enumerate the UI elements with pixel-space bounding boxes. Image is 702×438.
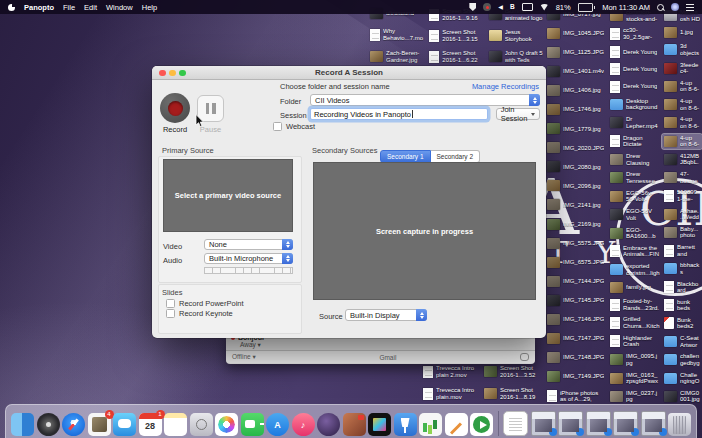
- desktop-icon[interactable]: Bunk beds2: [662, 316, 702, 331]
- dock-utility-icon[interactable]: [190, 413, 213, 436]
- desktop-icon[interactable]: 3d objects: [662, 42, 702, 57]
- desktop-icon[interactable]: bbhacks: [662, 261, 702, 276]
- desktop-icon[interactable]: Blackboard Login (URL).mp4: [662, 280, 702, 295]
- desktop-icon[interactable]: C-Seat Artwork: [662, 334, 702, 349]
- dock-notes-icon[interactable]: [164, 413, 187, 436]
- video-select[interactable]: None: [204, 239, 293, 250]
- desktop-icon[interactable]: IMG_2141.jpg: [545, 198, 608, 211]
- dock-final-cut-icon[interactable]: [317, 413, 340, 436]
- menu-file[interactable]: File: [63, 3, 75, 12]
- volume-icon[interactable]: ◀: [498, 3, 503, 11]
- shield-icon[interactable]: [469, 3, 476, 11]
- dock-minimized-window-5-icon[interactable]: [641, 411, 666, 436]
- desktop-icon[interactable]: IMG_7149.JPG: [545, 370, 608, 383]
- desktop-icon[interactable]: Baby...photo: [662, 225, 702, 240]
- desktop-icon[interactable]: EGO-BA1600...bw.jpg: [608, 226, 662, 241]
- webcast-checkbox[interactable]: Webcast: [273, 122, 315, 131]
- dock-photos-icon[interactable]: [215, 413, 238, 436]
- dock-preview-icon[interactable]: 4: [88, 413, 111, 436]
- desktop-icon[interactable]: Jesus Storybook Bible.pdf: [487, 28, 546, 43]
- desktop-icon[interactable]: IMG_0237.jpg: [608, 389, 662, 404]
- desktop-icon[interactable]: Screen Shot 2016-1...8.19 PM: [482, 386, 543, 401]
- desktop-icon[interactable]: IMG_7146.JPG: [545, 313, 608, 326]
- desktop-icon[interactable]: IMG_7148.JPG: [545, 351, 608, 364]
- desktop-icon[interactable]: Dragon Dictate 4.0.cdr: [608, 134, 662, 149]
- dock-finder-icon[interactable]: [11, 413, 34, 436]
- spotlight-search-icon[interactable]: [657, 4, 664, 11]
- record-powerpoint-checkbox[interactable]: Record PowerPoint: [166, 299, 244, 308]
- desktop-icon[interactable]: Desktop backgrounds: [608, 97, 662, 112]
- desktop-icon[interactable]: 4-up on 8-6-14 at 5.03...(iiet).jpg: [662, 79, 702, 94]
- desktop-icon[interactable]: Derek Young: [608, 80, 662, 94]
- desktop-icon[interactable]: Screen Shot 2016-1...3.52 PM: [482, 364, 543, 379]
- join-session-button[interactable]: Join Session: [496, 108, 540, 120]
- desktop-icon[interactable]: Ashae...Wedd...: [662, 207, 702, 222]
- desktop-icon[interactable]: Zach-Beren-Gardner.jpg: [368, 49, 427, 64]
- chat-offline-toggle[interactable]: Offline ▾: [232, 353, 256, 361]
- apple-menu-icon[interactable]: [8, 4, 15, 11]
- source-select[interactable]: Built-in Display: [345, 309, 427, 321]
- desktop-icon[interactable]: Dr Lepher.mp4: [608, 115, 662, 130]
- dock-photo-app-icon[interactable]: [343, 413, 366, 436]
- desktop-icon[interactable]: IMG_1045.JPG: [545, 27, 608, 40]
- desktop-icon[interactable]: 412MBJBqbL._SY348_.jpg: [662, 152, 702, 167]
- desktop-icon[interactable]: exported christm...lighting: [608, 262, 662, 277]
- screen-recording-icon[interactable]: [483, 3, 491, 11]
- desktop-icon[interactable]: family.jpg: [608, 281, 662, 294]
- record-keynote-checkbox[interactable]: Record Keynote: [166, 309, 233, 318]
- desktop-icon[interactable]: IMG_7144.JPG: [545, 275, 608, 288]
- menu-edit[interactable]: Edit: [84, 3, 97, 12]
- desktop-icon[interactable]: Trevecca Intro plain 2.mov: [421, 364, 482, 379]
- desktop-icon[interactable]: IMG_2080.jpg: [545, 160, 608, 173]
- desktop-icon[interactable]: cc30-30_2.5gar-web.jpg: [608, 26, 662, 41]
- desktop-icon[interactable]: ChallengingOrange: [662, 371, 702, 386]
- desktop-icon[interactable]: IMG_5575.JPG: [545, 237, 608, 250]
- minimize-button[interactable]: [169, 70, 176, 77]
- display-icon[interactable]: [522, 3, 533, 11]
- desktop-icon[interactable]: IMG_1406.jpg: [545, 84, 608, 97]
- dock-numbers-icon[interactable]: [419, 413, 442, 436]
- desktop-icon[interactable]: IMG_2096.jpg: [545, 179, 608, 192]
- desktop-icon[interactable]: Why Behavio...7.mov: [368, 27, 427, 42]
- dock-facetime-icon[interactable]: [241, 413, 264, 436]
- desktop-icon[interactable]: IMG_0163_zpsgfdPswx5: [608, 371, 662, 386]
- menu-help[interactable]: Help: [142, 3, 157, 12]
- desktop-icon[interactable]: bunk beds: [662, 298, 702, 313]
- menu-app-name[interactable]: Panopto: [24, 3, 54, 12]
- desktop-icon[interactable]: IMG_0095.jpg: [608, 352, 662, 367]
- menu-window[interactable]: Window: [106, 3, 133, 12]
- desktop-icon[interactable]: Derek Young: [608, 62, 662, 76]
- desktop-icon[interactable]: IMG_7147.JPG: [545, 332, 608, 345]
- menu-clock[interactable]: Mon 11:30 AM: [602, 3, 650, 12]
- dock-keynote-icon[interactable]: [394, 413, 417, 436]
- chat-status[interactable]: Away ▾: [231, 341, 530, 349]
- wifi-icon[interactable]: [540, 4, 549, 11]
- desktop-icon[interactable]: Barrett and Jones c...garten: [662, 243, 702, 258]
- dock-trash-icon[interactable]: [668, 413, 691, 436]
- chat-bubble-icon[interactable]: [520, 353, 529, 361]
- desktop-icon[interactable]: Footed-by-Rands...23rd.jpg: [608, 297, 662, 312]
- battery-icon[interactable]: [578, 3, 596, 12]
- desktop-icon[interactable]: Derek Young: [608, 45, 662, 59]
- dock-minimized-window-2-icon[interactable]: [558, 411, 583, 436]
- dock-documents-stack-icon[interactable]: [503, 411, 528, 436]
- desktop-icon[interactable]: 47-businessman_td-vi: [662, 170, 702, 185]
- dock-panopto-icon[interactable]: [470, 413, 493, 436]
- zoom-button[interactable]: [179, 70, 186, 77]
- desktop-icon[interactable]: 4-up on 8-6-14 at 5.03...(iiet).jpg: [662, 115, 702, 130]
- dock-safari-icon[interactable]: [62, 413, 85, 436]
- desktop-icon[interactable]: Trevecca Intro plain.mov: [421, 386, 482, 401]
- dock-pages-icon[interactable]: [445, 413, 468, 436]
- desktop-icon[interactable]: EGO-56v-56-Volt-BA..._ah.jpg: [608, 189, 662, 204]
- desktop-icon[interactable]: 1.jpg: [662, 26, 702, 39]
- secondary-preview[interactable]: Screen capture in progress: [313, 162, 536, 300]
- desktop-icon[interactable]: IMG_1746.jpg: [545, 103, 608, 116]
- dock-app-store-icon[interactable]: A: [266, 413, 289, 436]
- desktop-icon[interactable]: Drew Tennessee License: [608, 170, 662, 185]
- desktop-icon[interactable]: CIMG0001.jpg: [662, 389, 702, 404]
- session-name-input[interactable]: Recording Videos in Panopto: [310, 108, 488, 120]
- dock-nikon-icon[interactable]: [368, 413, 391, 436]
- desktop-icon[interactable]: Embrace the Animals...FINAL: [608, 244, 662, 259]
- desktop-icon[interactable]: Screen Shot 2016-1...3.15 AM: [427, 28, 486, 43]
- record-button[interactable]: [160, 93, 190, 123]
